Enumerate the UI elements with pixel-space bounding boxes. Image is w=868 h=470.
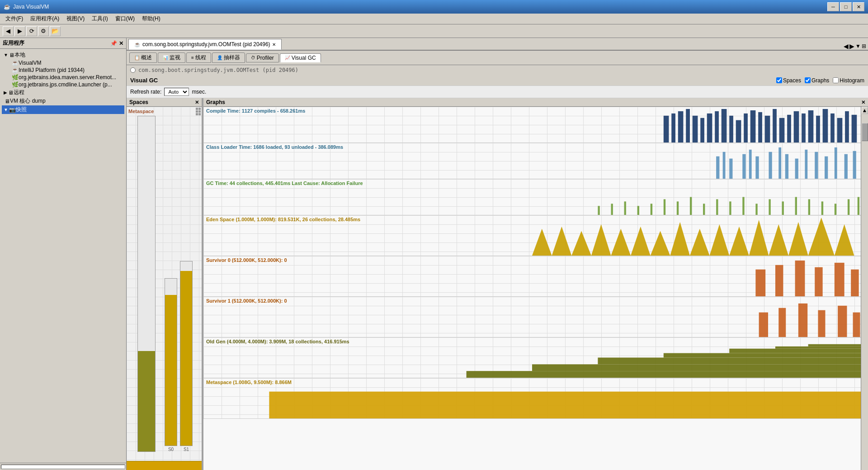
metaspace-bar-wrapper (131, 116, 162, 452)
spaces-panel-header: Spaces ✕ (127, 98, 202, 107)
svg-marker-70 (651, 231, 670, 256)
close-button[interactable]: ✕ (853, 2, 864, 11)
tab-menu-button[interactable]: ▼ (855, 43, 861, 49)
svg-rect-48 (664, 199, 665, 215)
svg-rect-17 (787, 115, 791, 142)
graphs-panel-close[interactable]: ✕ (861, 100, 865, 105)
sidebar-close-icon[interactable]: ✕ (119, 40, 123, 47)
tab-profiler-label: Profiler (257, 55, 274, 61)
survivor1-graph (203, 297, 861, 337)
histogram-check-input[interactable] (833, 77, 839, 83)
svg-marker-66 (571, 231, 591, 256)
spaces-panel-close[interactable]: ✕ (195, 100, 199, 105)
tree-item-jps[interactable]: 🌿 org.jetbrains.jps.cmdline.Launcher (p.… (9, 81, 124, 88)
svg-rect-62 (848, 199, 849, 215)
toolbar-btn-3[interactable]: ⟳ (26, 26, 37, 36)
svg-rect-90 (838, 306, 847, 337)
svg-rect-51 (703, 204, 705, 215)
scrollbar-track[interactable] (1, 465, 125, 469)
svg-rect-86 (759, 313, 768, 337)
vm-dump-icon: 🖥 (5, 98, 10, 104)
svg-rect-35 (785, 154, 788, 179)
sidebar-pin-icon[interactable]: 📌 (110, 40, 117, 47)
spaces-check-input[interactable] (776, 77, 782, 83)
spaces-panel-title: Spaces (129, 99, 148, 105)
tab-more-button[interactable]: ⊞ (862, 43, 866, 49)
svg-rect-4 (693, 116, 698, 142)
maven-icon: 🌿 (12, 74, 19, 81)
spaces-dots (195, 107, 202, 116)
tab-monitor[interactable]: 📊 监视 (158, 52, 185, 63)
tab-overview[interactable]: 📋 概述 (129, 52, 157, 63)
svg-rect-22 (823, 109, 828, 142)
graphs-checkbox[interactable]: Graphs (805, 77, 829, 84)
tab-next-button[interactable]: ▶ (849, 43, 854, 50)
eden-label: Eden Space (1.000M, 1.000M): 819.531K, 2… (206, 217, 360, 222)
menu-tools[interactable]: 工具(I) (88, 14, 111, 24)
svg-rect-50 (690, 197, 692, 215)
svg-rect-96 (729, 349, 861, 353)
graph-area-3: GC Time: 44 collections, 445.401ms Last … (203, 179, 861, 215)
svg-rect-91 (853, 313, 860, 337)
svg-rect-43 (598, 206, 599, 215)
svg-marker-68 (611, 229, 631, 256)
svg-rect-6 (707, 114, 712, 142)
vertical-scrollbar[interactable]: ▲ (861, 107, 868, 470)
scrollbar-thumb[interactable] (862, 123, 868, 141)
svg-rect-80 (755, 270, 765, 296)
tree-item-vm-dump[interactable]: 🖥 VM 核心 dump (2, 97, 124, 105)
process-name: com.song.boot.springstudy.jvm.OOMTest (p… (138, 67, 298, 73)
minimize-button[interactable]: ─ (827, 2, 839, 11)
svg-rect-19 (802, 114, 806, 142)
tab-close-button[interactable]: ✕ (272, 42, 276, 47)
svg-rect-3 (686, 109, 690, 142)
refresh-select[interactable]: Auto 100 200 500 1000 (164, 88, 189, 96)
svg-rect-15 (773, 109, 777, 142)
menu-help[interactable]: 帮助(H) (138, 14, 164, 24)
menu-window[interactable]: 窗口(W) (112, 14, 138, 24)
graph-row-eden: Eden Space (1.000M, 1.000M): 819.531K, 2… (203, 215, 861, 256)
toolbar-btn-5[interactable]: 📂 (50, 26, 61, 36)
scroll-up-button[interactable]: ▲ (862, 107, 868, 114)
tree-item-maven[interactable]: 🌿 org.jetbrains.idea.maven.server.Remot.… (9, 74, 124, 81)
histogram-checkbox[interactable]: Histogram (833, 77, 864, 84)
tab-sampler[interactable]: 👤 抽样器 (212, 52, 245, 63)
tree-item-snapshot[interactable]: ▼ 📷 快照 (2, 105, 124, 114)
tree-item-intellij[interactable]: ☕ IntelliJ Platform (pid 19344) (9, 66, 124, 74)
toolbar-btn-2[interactable]: ▶ (14, 26, 25, 36)
svg-rect-5 (700, 118, 704, 142)
svg-rect-1 (671, 114, 675, 142)
svg-rect-30 (742, 154, 745, 179)
svg-rect-63 (858, 197, 859, 215)
main-tab[interactable]: ☕ com.song.boot.springstudy.jvm.OOMTest … (128, 39, 282, 50)
process-label-bar: com.song.boot.springstudy.jvm.OOMTest (p… (127, 65, 868, 75)
svg-rect-45 (624, 201, 626, 215)
menu-file[interactable]: 文件(F) (2, 14, 27, 24)
svg-rect-56 (769, 199, 770, 215)
refresh-label: Refresh rate: (130, 89, 161, 95)
tab-profiler[interactable]: ⏱ Profiler (246, 53, 279, 62)
tree-item-local[interactable]: ▼ 🖥 本地 (2, 51, 124, 59)
spaces-checkbox[interactable]: Spaces (776, 77, 801, 84)
svg-marker-72 (690, 229, 710, 256)
toolbar-btn-1[interactable]: ◀ (3, 26, 14, 36)
menu-app[interactable]: 应用程序(A) (27, 14, 63, 24)
svg-rect-2 (678, 111, 684, 142)
maximize-button[interactable]: □ (840, 2, 852, 11)
menu-view[interactable]: 视图(V) (63, 14, 88, 24)
radio-button[interactable] (130, 67, 136, 73)
tab-threads[interactable]: ≡ 线程 (186, 52, 211, 63)
sidebar-scrollbar[interactable] (0, 463, 126, 470)
toolbar-btn-4[interactable]: ⚙ (38, 26, 49, 36)
svg-rect-13 (758, 112, 762, 142)
tab-prev-button[interactable]: ◀ (844, 43, 849, 50)
tree-item-remote[interactable]: ▶ 🖥 远程 (2, 88, 124, 97)
svg-rect-53 (729, 201, 731, 215)
svg-rect-98 (808, 344, 861, 347)
graphs-check-input[interactable] (805, 77, 811, 83)
tree-item-visualvm[interactable]: ☕ VisualVM (9, 59, 124, 66)
tab-visual-gc[interactable]: 📈 Visual GC (280, 53, 321, 62)
remote-label: 远程 (14, 89, 24, 96)
compile-time-label: Compile Time: 1127 compiles - 658.261ms (206, 108, 305, 114)
graphs-panel-header: Graphs ✕ (203, 98, 868, 107)
